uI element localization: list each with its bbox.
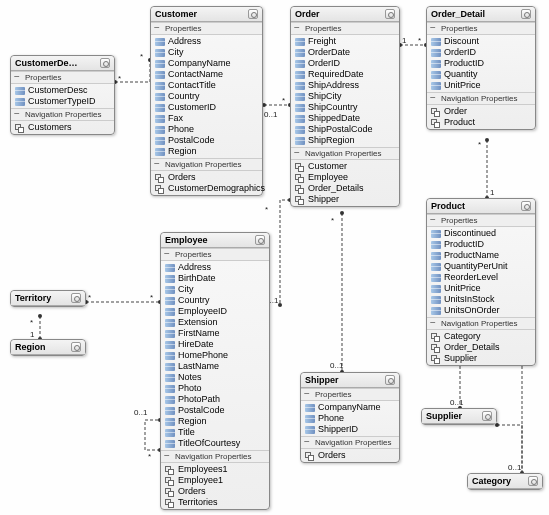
prop-item[interactable]: Fax [153,113,260,124]
section-header-nav[interactable]: Navigation Properties [291,147,399,160]
prop-item[interactable]: QuantityPerUnit [429,261,533,272]
nav-item[interactable]: Order_Details [293,183,397,194]
collapse-icon[interactable] [430,217,438,225]
prop-item[interactable]: Photo [163,383,267,394]
nav-item[interactable]: Employees1 [163,464,267,475]
nav-item[interactable]: Category [429,331,533,342]
nav-item[interactable]: Product [429,117,533,128]
prop-item[interactable]: CustomerID [153,102,260,113]
prop-item[interactable]: ProductID [429,58,533,69]
prop-item[interactable]: ShipPostalCode [293,124,397,135]
prop-item[interactable]: CompanyName [153,58,260,69]
prop-item[interactable]: ProductName [429,250,533,261]
collapse-icon[interactable] [430,95,438,103]
prop-item[interactable]: PhotoPath [163,394,267,405]
section-header-props[interactable]: Properties [427,214,535,227]
prop-item[interactable]: UnitsInStock [429,294,533,305]
prop-item[interactable]: OrderID [429,47,533,58]
section-header-nav[interactable]: Navigation Properties [151,158,262,171]
entity-employee[interactable]: Employee Properties AddressBirthDateCity… [160,232,270,510]
prop-item[interactable]: Address [153,36,260,47]
prop-item[interactable]: Phone [303,413,397,424]
prop-item[interactable]: Discontinued [429,228,533,239]
prop-item[interactable]: Phone [153,124,260,135]
entity-territory[interactable]: Territory [10,290,86,307]
prop-item[interactable]: ContactTitle [153,80,260,91]
nav-item[interactable]: CustomerDemographics [153,183,260,194]
prop-item[interactable]: PostalCode [153,135,260,146]
collapse-icon[interactable] [154,161,162,169]
section-header-props[interactable]: Properties [291,22,399,35]
prop-item[interactable]: CustomerDesc [13,85,112,96]
collapse-icon[interactable] [14,74,22,82]
collapse-icon[interactable] [294,25,302,33]
collapse-icon[interactable] [304,391,312,399]
prop-item[interactable]: UnitPrice [429,80,533,91]
section-header-nav[interactable]: Navigation Properties [301,436,399,449]
prop-item[interactable]: HomePhone [163,350,267,361]
prop-item[interactable]: TitleOfCourtesy [163,438,267,449]
entity-supplier[interactable]: Supplier [421,408,497,425]
entity-shipper[interactable]: Shipper Properties CompanyNamePhoneShipp… [300,372,400,463]
pin-icon[interactable] [385,375,395,385]
entity-header[interactable]: Order_Detail [427,7,535,22]
prop-item[interactable]: BirthDate [163,273,267,284]
entity-header[interactable]: Shipper [301,373,399,388]
prop-item[interactable]: EmployeeID [163,306,267,317]
section-header-props[interactable]: Properties [151,22,262,35]
prop-item[interactable]: OrderDate [293,47,397,58]
section-header-nav[interactable]: Navigation Properties [427,317,535,330]
pin-icon[interactable] [521,201,531,211]
collapse-icon[interactable] [14,111,22,119]
section-header-props[interactable]: Properties [11,71,114,84]
prop-item[interactable]: ShipCity [293,91,397,102]
prop-item[interactable]: Region [153,146,260,157]
pin-icon[interactable] [528,476,538,486]
section-header-nav[interactable]: Navigation Properties [11,108,114,121]
prop-item[interactable]: FirstName [163,328,267,339]
entity-customerdemo[interactable]: CustomerDe… Properties CustomerDesc Cust… [10,55,115,135]
entity-header[interactable]: Customer [151,7,262,22]
prop-item[interactable]: ShipCountry [293,102,397,113]
section-header-props[interactable]: Properties [301,388,399,401]
pin-icon[interactable] [482,411,492,421]
prop-item[interactable]: Country [163,295,267,306]
collapse-icon[interactable] [294,150,302,158]
entity-region[interactable]: Region [10,339,86,356]
prop-item[interactable]: ShipAddress [293,80,397,91]
collapse-icon[interactable] [430,25,438,33]
prop-item[interactable]: CompanyName [303,402,397,413]
pin-icon[interactable] [385,9,395,19]
entity-customer[interactable]: Customer Properties AddressCityCompanyNa… [150,6,263,196]
collapse-icon[interactable] [164,453,172,461]
prop-item[interactable]: RequiredDate [293,69,397,80]
entity-header[interactable]: Region [11,340,85,355]
prop-item[interactable]: Extension [163,317,267,328]
nav-item[interactable]: Employee1 [163,475,267,486]
pin-icon[interactable] [71,342,81,352]
prop-item[interactable]: Freight [293,36,397,47]
section-header-nav[interactable]: Navigation Properties [427,92,535,105]
prop-item[interactable]: Country [153,91,260,102]
prop-item[interactable]: LastName [163,361,267,372]
prop-item[interactable]: Address [163,262,267,273]
collapse-icon[interactable] [304,439,312,447]
nav-item[interactable]: Orders [153,172,260,183]
pin-icon[interactable] [71,293,81,303]
entity-header[interactable]: Territory [11,291,85,306]
prop-item[interactable]: UnitsOnOrder [429,305,533,316]
nav-item[interactable]: Order [429,106,533,117]
pin-icon[interactable] [248,9,258,19]
prop-item[interactable]: ShipperID [303,424,397,435]
nav-item[interactable]: Orders [163,486,267,497]
prop-item[interactable]: Title [163,427,267,438]
prop-item[interactable]: Notes [163,372,267,383]
nav-item[interactable]: Territories [163,497,267,508]
entity-header[interactable]: Supplier [422,409,496,424]
collapse-icon[interactable] [430,320,438,328]
prop-item[interactable]: HireDate [163,339,267,350]
entity-header[interactable]: Employee [161,233,269,248]
section-header-nav[interactable]: Navigation Properties [161,450,269,463]
nav-item[interactable]: Order_Details [429,342,533,353]
entity-header[interactable]: Order [291,7,399,22]
